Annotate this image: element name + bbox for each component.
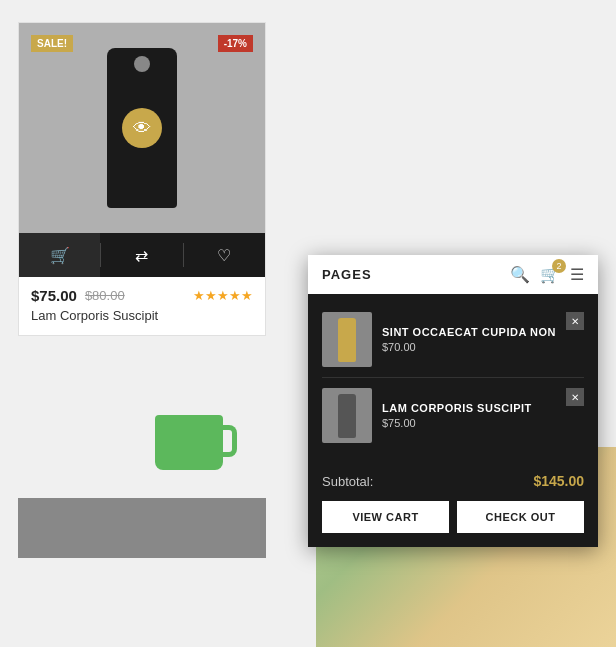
- sale-badge: SALE!: [31, 35, 73, 52]
- cart-icon: 🛒: [50, 246, 70, 265]
- compare-icon: ⇄: [135, 246, 148, 265]
- compare-button[interactable]: ⇄: [101, 233, 182, 277]
- price-current: $75.00: [31, 287, 77, 304]
- cart-item-info-2: LAM CORPORIS SUSCIPIT $75.00: [382, 402, 584, 429]
- menu-icon[interactable]: ☰: [570, 265, 584, 284]
- cart-item-price-2: $75.00: [382, 417, 584, 429]
- remove-item-2-button[interactable]: ✕: [566, 388, 584, 406]
- search-icon[interactable]: 🔍: [510, 265, 530, 284]
- price-original: $80.00: [85, 288, 125, 303]
- remove-item-1-button[interactable]: ✕: [566, 312, 584, 330]
- wishlist-button[interactable]: ♡: [184, 233, 265, 277]
- cart-item-name-1: SINT OCCAECAT CUPIDA NON: [382, 326, 584, 338]
- cart-count-badge: 2: [552, 259, 566, 273]
- green-cup-icon: [155, 415, 223, 470]
- product-card: SALE! -17% 👁 🛒 ⇄ ♡ $75.00 $80.00 ★★★★★ L…: [18, 22, 266, 336]
- item-image-1: [338, 318, 356, 362]
- view-cart-button[interactable]: VIEW CART: [322, 501, 449, 533]
- checkout-button[interactable]: CHECK OUT: [457, 501, 584, 533]
- cart-item-info-1: SINT OCCAECAT CUPIDA NON $70.00: [382, 326, 584, 353]
- heart-icon: ♡: [217, 246, 231, 265]
- cart-item-thumbnail-1: [322, 312, 372, 367]
- product-info: $75.00 $80.00 ★★★★★ Lam Corporis Suscipi…: [19, 277, 265, 335]
- cart-item: SINT OCCAECAT CUPIDA NON $70.00 ✕: [308, 302, 598, 377]
- cart-item-thumbnail-2: [322, 388, 372, 443]
- discount-badge: -17%: [218, 35, 253, 52]
- cart-item-price-1: $70.00: [382, 341, 584, 353]
- green-cup-area: [155, 415, 240, 480]
- cart-items-list: SINT OCCAECAT CUPIDA NON $70.00 ✕ LAM CO…: [308, 294, 598, 461]
- cart-dropdown: PAGES 🔍 🛒 2 ☰ SINT OCCAECAT CUPIDA NON $…: [308, 255, 598, 547]
- cart-icon-header[interactable]: 🛒 2: [540, 265, 560, 284]
- gray-banner: [18, 498, 266, 558]
- cart-subtotal-row: Subtotal: $145.00: [308, 461, 598, 501]
- product-image-area: SALE! -17% 👁: [19, 23, 265, 233]
- eye-icon: 👁: [133, 118, 151, 139]
- product-name: Lam Corporis Suscipit: [31, 308, 253, 323]
- product-actions-bar: 🛒 ⇄ ♡: [19, 233, 265, 277]
- price-row: $75.00 $80.00 ★★★★★: [31, 287, 253, 304]
- header-title: PAGES: [322, 267, 372, 282]
- cart-item-name-2: LAM CORPORIS SUSCIPIT: [382, 402, 584, 414]
- subtotal-label: Subtotal:: [322, 474, 373, 489]
- item-image-2: [338, 394, 356, 438]
- quick-view-button[interactable]: 👁: [122, 108, 162, 148]
- header-icons: 🔍 🛒 2 ☰: [510, 265, 584, 284]
- cart-header: PAGES 🔍 🛒 2 ☰: [308, 255, 598, 294]
- cart-item-2: LAM CORPORIS SUSCIPIT $75.00 ✕: [308, 378, 598, 453]
- add-to-cart-button[interactable]: 🛒: [19, 233, 100, 277]
- subtotal-value: $145.00: [533, 473, 584, 489]
- cart-action-buttons: VIEW CART CHECK OUT: [308, 501, 598, 547]
- star-rating: ★★★★★: [193, 288, 253, 303]
